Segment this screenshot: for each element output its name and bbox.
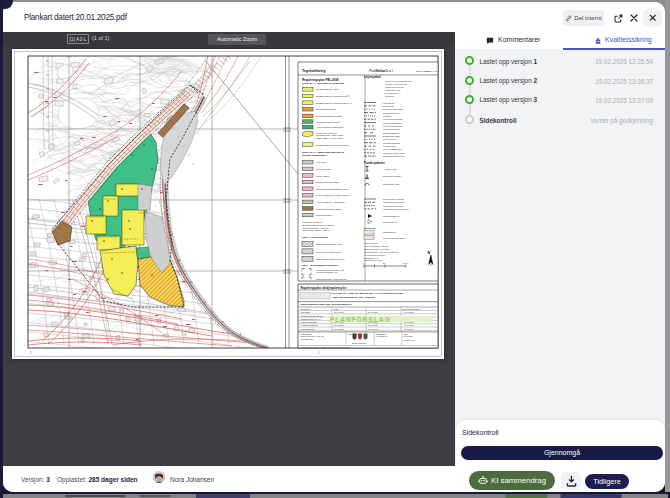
svg-text:(2011)/Fortau (2012) - (2800): (2011)/Fortau (2012) - (2800) — [302, 229, 329, 231]
svg-text:Sikrings sikringssone (190): Sikrings sikringssone (190) — [316, 243, 343, 245]
svg-text:pressering RP*Grense: pressering RP*Grense — [385, 86, 404, 88]
svg-text:Bergen kommune: Bergen kommune — [352, 342, 366, 344]
svg-text:Uteoppholdsareal (1600): Uteoppholdsareal (1600) — [316, 121, 340, 123]
svg-text:teknisk infrastruktur: teknisk infrastruktur — [302, 154, 326, 157]
svg-text:Byggegrense (1211): Byggegrense (1211) — [383, 135, 400, 137]
svg-text:Kunngj. planvedtak: Kunngj. planvedtak — [301, 321, 317, 323]
svg-text:Veg (2010): Veg (2010) — [316, 161, 327, 163]
svg-text:Planlagt bebyggelse: Planlagt bebyggelse — [383, 142, 400, 144]
svg-text:Regulert senterlinje (varia: Regulert senterlinje (varia — [383, 201, 405, 203]
svg-text:SIKKERHET: SIKKERHET — [364, 227, 376, 229]
svg-text:20.01.2025: 20.01.2025 — [404, 328, 413, 330]
svg-text:50: 50 — [383, 262, 385, 264]
svg-text:Regulert brukar: Regulert brukar — [383, 145, 396, 147]
svg-text:RP*runktlinterne: RP*runktlinterne — [385, 92, 399, 94]
svg-text:Kartopplysninger: Kartopplysninger — [364, 242, 379, 244]
svg-text:Avkjørsel - både i: Avkjørsel - både i — [383, 168, 398, 170]
svg-text:Tegning 1 av 1: Tegning 1 av 1 — [404, 339, 416, 341]
svg-text:20.01.2025: 20.01.2025 — [368, 328, 377, 330]
svg-text:Det bekreftes at planen er i s: Det bekreftes at planen er i samsvar med… — [301, 346, 350, 348]
svg-text:-lager (1359) Anlenle (1345) -: -lager (1359) Anlenle (1345) - — [316, 137, 345, 139]
svg-text:Bøndlegging kulturmiljø (410): Bøndlegging kulturmiljø (410) — [316, 258, 345, 260]
svg-text:Bebyggelse som inngår: Bebyggelse som inngår — [383, 108, 403, 110]
svg-text:Energianlegg (1510): Energianlegg (1510) — [316, 108, 336, 110]
svg-text:Revidert forslag: Revidert forslag — [301, 328, 314, 330]
svg-text:Planvedtak: Planvedtak — [301, 311, 310, 313]
svg-text:Annen veggrunn - grøntareal (: Annen veggrunn - grøntareal ( — [316, 201, 346, 203]
svg-text:Parkering (2080): Parkering (2080) — [316, 214, 333, 216]
svg-text:100 m: 100 m — [403, 262, 409, 264]
svg-text:Krav om felles planlegging: Krav om felles planlegging — [383, 237, 405, 239]
svg-text:Byggegrense: Byggegrense — [383, 105, 394, 107]
svg-text:Kombinerte formål for: Kombinerte formål for — [302, 221, 322, 223]
svg-text:Regulert senterlinje (1259): Regulert senterlinje (1259) — [383, 152, 406, 154]
svg-text:Eierform gjelder hele felte: Eierform gjelder hele felte — [383, 155, 405, 157]
svg-text:kommentarte med: kommentarte med — [385, 89, 400, 91]
svg-text:20.01.2025: 20.01.2025 — [404, 324, 413, 326]
svg-text:Stenging av avkjørsel: Stenging av avkjørsel — [383, 175, 402, 177]
svg-text:Formålgrense: Formålgrense — [383, 102, 395, 104]
svg-text:Bestemmelser datert: Bestemmelser datert — [402, 308, 421, 310]
svg-text:Dato for basiskart: 12.12.2024: Dato for basiskart: 12.12.2024 — [364, 248, 389, 250]
svg-text:Renovasjonsanlegg (1550): Renovasjonsanlegg (1550) — [316, 115, 342, 117]
svg-text:20.01.2025: 20.01.2025 — [368, 311, 377, 313]
svg-text:Regulert senterlinje: Regulert senterlinje — [383, 112, 399, 114]
svg-text:infrastrukturtraseer - Tog/veg: infrastrukturtraseer - Tog/veg — [302, 227, 329, 229]
svg-text:PLAN-2024/11: PLAN-2024/11 — [376, 335, 388, 337]
svg-text:Høydegrunnlag: NN 2000: Høydegrunnlag: NN 2000 — [364, 254, 385, 256]
svg-text:Rør- og støyledning (210): Rør- og støyledning (210) — [316, 251, 341, 253]
svg-text:20.01.2025: 20.01.2025 — [404, 311, 413, 313]
svg-text:Offentlig ettersyn fra - til: Offentlig ettersyn fra - til — [301, 318, 322, 320]
svg-text:Kartmålestokk 1:1000: Kartmålestokk 1:1000 — [364, 259, 382, 261]
svg-text:formlåpene: formlåpene — [385, 95, 394, 97]
svg-text:Småbåtanlegg: Småbåtanlegg — [383, 231, 395, 233]
svg-text:Midlertidig bygge- og anleggso: Midlertidig bygge- og anleggsomr. — [316, 278, 348, 280]
svg-text:SOSI ver 4.5.2: SOSI ver 4.5.2 — [424, 70, 438, 72]
svg-text:Fortau (2012): Fortau (2012) — [316, 175, 330, 177]
svg-text:§12-6 - Hensynssoner: §12-6 - Hensynssoner — [302, 236, 328, 239]
svg-text:Behandling: Behandling — [301, 308, 311, 310]
svg-text:Lett med *(( styrke unntatt: Lett med *(( styrke unntatt — [385, 83, 407, 85]
svg-text:Frisiktlinje: Frisiktlinje — [383, 115, 391, 117]
svg-text:og anleggsområde (91): og anleggsområde (91) — [316, 271, 338, 273]
svg-text:Saksbehandling ifølge plan- og: Saksbehandling ifølge plan- og bygningsl… — [301, 303, 352, 305]
svg-text:Regulert støyskjerm: Regulert støyskjerm — [383, 128, 400, 130]
svg-text:Regulert grense (variant): Regulert grense (variant) — [383, 198, 404, 200]
svg-text:20.01.2025: 20.01.2025 — [404, 335, 413, 337]
svg-text:Koordinatsystem: UTM sone 32 /: Koordinatsystem: UTM sone 32 / Euref89 — [364, 251, 399, 253]
svg-text:Kilde for basiskart: FKB-data: Kilde for basiskart: FKB-data — [364, 245, 389, 247]
svg-text:Annen særskilt anlagt (1590): Annen særskilt anlagt (1590) — [316, 126, 344, 128]
svg-text:02.04.2025: 02.04.2025 — [334, 324, 343, 326]
svg-text:Måle- og avstandslinje: Måle- og avstandslinje — [383, 148, 402, 150]
svg-text:bygningsetaten: bygningsetaten — [301, 338, 314, 340]
svg-text:0: 0 — [363, 262, 364, 264]
svg-text:Tegnforklaring: Tegnforklaring — [302, 69, 325, 73]
svg-text:§12-7 - Bestemmelsesområder: §12-7 - Bestemmelsesområder — [302, 264, 338, 267]
svg-text:Regulert kulvert: Regulert kulvert — [383, 138, 397, 140]
svg-text:Boligbebyggelse-blokkbebyggels: Boligbebyggelse-blokkbebyggelse (1 — [316, 102, 352, 104]
svg-text:Punktsymboler: Punktsymboler — [364, 161, 386, 165]
svg-text:Kjøreveg (2011): Kjøreveg (2011) — [316, 168, 332, 170]
svg-text:Plankart 1 av 1: Plankart 1 av 1 — [376, 69, 394, 73]
svg-text:Rettetekst av skriven forsterr: Rettetekst av skriven forsterring — [385, 80, 412, 82]
svg-text:Offentlig anlagt veg: Offentlig anlagt veg — [383, 215, 399, 217]
svg-text:Felles anlagt veg: Felles anlagt veg — [383, 221, 397, 223]
svg-text:Tunnelåpning - båd: Tunnelåpning - båd — [383, 183, 399, 185]
svg-text:Ekvidistanse 1 m: Ekvidistanse 1 m — [364, 257, 379, 259]
svg-text:Nasjonal arealplan-ID 4601_713: Nasjonal arealplan-ID 4601_71300000 — [333, 296, 376, 299]
svg-text:Regulert kant kjøreban: Regulert kant kjøreban — [383, 118, 402, 120]
svg-text:Boligbebyggelse (1110): Boligbebyggelse (1110) — [316, 88, 339, 90]
svg-text:Linjesymbol: Linjesymbol — [364, 75, 381, 79]
svg-text:PLANFORSLAG: PLANFORSLAG — [330, 316, 391, 323]
svg-text:Regulert støttemur: Regulert støttemur — [383, 132, 399, 134]
svg-text:Reguleringsplan, detaljreguler: Reguleringsplan, detaljregulering for: — [301, 286, 347, 290]
svg-text:Reguleringsplan PBL 2008: Reguleringsplan PBL 2008 — [302, 78, 339, 82]
svg-text:Fortausomr og midlertidig rigg: Fortausomr og midlertidig rigg- — [316, 269, 345, 271]
svg-text:Kollektivholdeplass (2073): Kollektivholdeplass (2073) — [316, 208, 342, 210]
svg-text:§12-5. Nr. 1 - Bebyggelse og a: §12-5. Nr. 1 - Bebyggelse og anlegg — [302, 82, 344, 85]
svg-text:Regulert parkeringsfelt: Regulert parkeringsfelt — [383, 122, 402, 124]
svg-text:N: N — [428, 251, 431, 255]
svg-text:Boligbebyggelse/forretning (18: Boligbebyggelse/forretning (1801) — [316, 144, 349, 146]
svg-text:Regulert fotgjengerfelt: Regulert fotgjengerfelt — [383, 125, 402, 127]
svg-text:Annen veggrunn - tekniske anle: Annen veggrunn - tekniske anlegg ( — [316, 194, 351, 196]
